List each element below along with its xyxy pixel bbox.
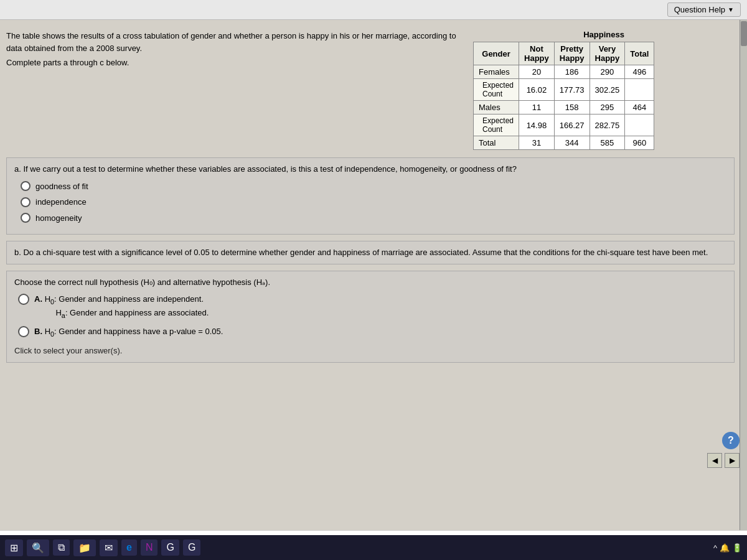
cell-exp-females-very-happy: 302.25	[590, 79, 625, 101]
choice-a[interactable]: A. H0: Gender and happiness are independ…	[18, 293, 726, 320]
cell-males-total: 464	[625, 101, 654, 114]
mail-button[interactable]: ✉	[100, 539, 118, 556]
click-to-select: Click to select your answer(s).	[14, 345, 726, 357]
col-very-happy: VeryHappy	[590, 42, 625, 65]
cell-exp-males-pretty-happy: 166.27	[554, 114, 590, 136]
choice-b-label: B.	[34, 327, 45, 336]
onenote-button[interactable]: N	[141, 539, 158, 556]
cell-females-pretty-happy: 186	[554, 65, 590, 79]
choose-hypothesis-label: Choose the correct null hypothesis (H₀) …	[14, 276, 726, 289]
table-row: Females 20 186 290 496	[474, 65, 654, 79]
col-not-happy: NotHappy	[519, 42, 555, 65]
part-a-box: a. If we carry out a test to determine w…	[6, 157, 735, 235]
nav-buttons: ◀ ▶	[707, 453, 740, 468]
cell-total-total: 960	[625, 136, 654, 150]
help-circle-button[interactable]: ?	[722, 432, 740, 449]
instruction-text: Complete parts a through c below.	[6, 57, 461, 69]
choice-a-ha: Ha: Gender and happiness are associated.	[47, 308, 209, 317]
part-b-box: b. Do a chi-square test with a significa…	[6, 241, 735, 264]
taskbar-indicator: 🔔	[720, 543, 730, 553]
cell-males-very-happy: 295	[590, 101, 625, 114]
cell-exp-males-not-happy: 14.98	[519, 114, 555, 136]
top-bar: Question Help	[0, 0, 747, 20]
label-independence: independence	[35, 196, 87, 208]
cell-males-pretty-happy: 158	[554, 101, 590, 114]
choice-a-label: A.	[34, 294, 45, 304]
cell-exp-females-pretty-happy: 177.73	[554, 79, 590, 101]
part-a-question: a. If we carry out a test to determine w…	[14, 163, 726, 175]
cell-females-not-happy: 20	[519, 65, 555, 79]
choice-group-b: A. H0: Gender and happiness are independ…	[18, 293, 726, 338]
label-homogeneity: homogeneity	[35, 212, 82, 225]
row-label-males: Males	[474, 101, 519, 114]
scrollbar-thumb	[741, 21, 747, 46]
row-label-expected-females: ExpectedCount	[474, 79, 519, 101]
taskbar: ⊞ 🔍 ⧉ 📁 ✉ e N G G ^ 🔔 🔋	[0, 535, 747, 560]
search-button[interactable]: 🔍	[27, 539, 49, 556]
col-pretty-happy: PrettyHappy	[554, 42, 590, 65]
label-goodness-of-fit: goodness of fit	[35, 180, 88, 193]
cell-total-not-happy: 31	[519, 136, 555, 150]
table-row: Total 31 344 585 960	[474, 136, 654, 150]
table-row: Males 11 158 295 464	[474, 101, 654, 114]
radio-group-a: goodness of fit independence homogeneity	[21, 180, 726, 225]
cell-total-pretty-happy: 344	[554, 136, 590, 150]
radio-circle-independence	[21, 197, 31, 207]
cell-total-very-happy: 585	[590, 136, 625, 150]
choice-a-h0: H0: Gender and happiness are independent…	[45, 294, 204, 304]
cell-females-very-happy: 290	[590, 65, 625, 79]
table-header-row: Gender NotHappy PrettyHappy VeryHappy To…	[474, 42, 654, 65]
radio-independence[interactable]: independence	[21, 196, 726, 208]
cell-exp-females-not-happy: 16.02	[519, 79, 555, 101]
table-row: ExpectedCount 16.02 177.73 302.25	[474, 79, 654, 101]
choice-b-h0: H0: Gender and happiness have a p-value …	[45, 327, 223, 336]
cell-males-not-happy: 11	[519, 101, 555, 114]
radio-circle-goodness	[21, 181, 31, 191]
radio-homogeneity[interactable]: homogeneity	[21, 212, 726, 225]
happiness-title: Happiness	[473, 30, 735, 39]
taskbar-battery: 🔋	[732, 543, 742, 553]
radio-circle-homogeneity	[21, 213, 31, 223]
table-container: Happiness Gender NotHappy PrettyHappy Ve…	[473, 30, 735, 150]
cell-exp-males-total	[625, 114, 654, 136]
intro-text: The table shows the results of a cross t…	[6, 30, 461, 54]
question-help-button[interactable]: Question Help	[667, 2, 741, 17]
row-label-females: Females	[474, 65, 519, 79]
cell-exp-females-total	[625, 79, 654, 101]
choice-a-text: A. H0: Gender and happiness are independ…	[34, 293, 209, 320]
folder-button[interactable]: 📁	[73, 539, 96, 556]
choice-b[interactable]: B. H0: Gender and happiness have a p-val…	[18, 325, 726, 339]
app-button-1[interactable]: G	[161, 539, 179, 556]
choice-radio-b	[18, 326, 29, 337]
part-b-hypothesis-box: Choose the correct null hypothesis (H₀) …	[6, 271, 735, 363]
col-gender: Gender	[474, 42, 519, 65]
problem-text: The table shows the results of a cross t…	[6, 30, 461, 150]
taskbar-chevron-up[interactable]: ^	[713, 543, 717, 553]
radio-goodness-of-fit[interactable]: goodness of fit	[21, 180, 726, 193]
table-row: ExpectedCount 14.98 166.27 282.75	[474, 114, 654, 136]
top-section: The table shows the results of a cross t…	[6, 30, 735, 150]
windows-start-button[interactable]: ⊞	[5, 539, 23, 556]
cell-females-total: 496	[625, 65, 654, 79]
main-content: The table shows the results of a cross t…	[0, 20, 747, 530]
cell-exp-males-very-happy: 282.75	[590, 114, 625, 136]
edge-button[interactable]: e	[121, 539, 137, 556]
taskbar-right: ^ 🔔 🔋	[713, 543, 742, 553]
choice-radio-a	[18, 294, 29, 305]
app-button-2[interactable]: G	[183, 539, 200, 556]
nav-prev-button[interactable]: ◀	[707, 453, 722, 468]
row-label-total: Total	[474, 136, 519, 150]
data-table: Gender NotHappy PrettyHappy VeryHappy To…	[473, 42, 654, 150]
task-view-button[interactable]: ⧉	[53, 539, 70, 556]
row-label-expected-males: ExpectedCount	[474, 114, 519, 136]
choice-b-text: B. H0: Gender and happiness have a p-val…	[34, 325, 223, 339]
nav-next-button[interactable]: ▶	[725, 453, 740, 468]
col-total: Total	[625, 42, 654, 65]
part-b-intro: b. Do a chi-square test with a significa…	[14, 246, 726, 259]
scrollbar[interactable]	[740, 20, 747, 530]
